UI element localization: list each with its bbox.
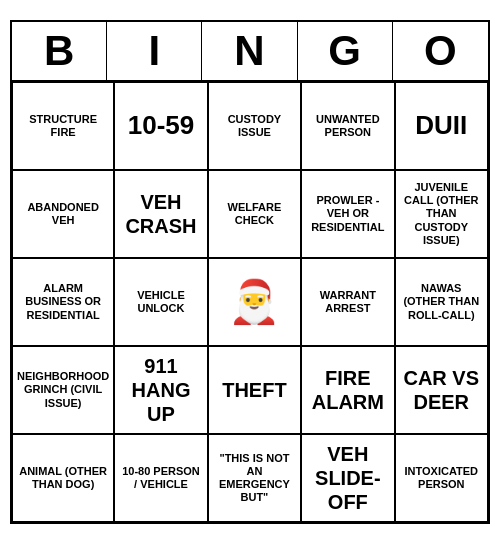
bingo-cell-3: UNWANTED PERSON xyxy=(301,82,394,170)
bingo-cell-16: 911 HANG UP xyxy=(114,346,207,434)
bingo-grid: STRUCTURE FIRE10-59CUSTODY ISSUEUNWANTED… xyxy=(12,82,488,522)
bingo-letter-b: B xyxy=(12,22,107,80)
bingo-header: BINGO xyxy=(12,22,488,82)
bingo-cell-21: 10-80 PERSON / VEHICLE xyxy=(114,434,207,522)
bingo-cell-18: FIRE ALARM xyxy=(301,346,394,434)
bingo-cell-14: NAWAS (OTHER THAN ROLL-CALL) xyxy=(395,258,488,346)
bingo-cell-6: VEH CRASH xyxy=(114,170,207,258)
bingo-letter-o: O xyxy=(393,22,488,80)
bingo-cell-13: WARRANT ARREST xyxy=(301,258,394,346)
santa-icon: 🎅 xyxy=(228,281,280,323)
bingo-cell-11: VEHICLE UNLOCK xyxy=(114,258,207,346)
bingo-cell-1: 10-59 xyxy=(114,82,207,170)
bingo-cell-7: WELFARE CHECK xyxy=(208,170,301,258)
bingo-cell-12: 🎅 xyxy=(208,258,301,346)
bingo-cell-4: DUII xyxy=(395,82,488,170)
bingo-cell-22: "THIS IS NOT AN EMERGENCY BUT" xyxy=(208,434,301,522)
bingo-cell-23: VEH SLIDE-OFF xyxy=(301,434,394,522)
bingo-cell-24: INTOXICATED PERSON xyxy=(395,434,488,522)
bingo-cell-9: JUVENILE CALL (OTHER THAN CUSTODY ISSUE) xyxy=(395,170,488,258)
bingo-cell-2: CUSTODY ISSUE xyxy=(208,82,301,170)
bingo-cell-8: PROWLER - VEH OR RESIDENTIAL xyxy=(301,170,394,258)
bingo-card: BINGO STRUCTURE FIRE10-59CUSTODY ISSUEUN… xyxy=(10,20,490,524)
bingo-cell-5: ABANDONED VEH xyxy=(12,170,114,258)
bingo-cell-15: NEIGHBORHOOD GRINCH (CIVIL ISSUE) xyxy=(12,346,114,434)
bingo-letter-i: I xyxy=(107,22,202,80)
bingo-cell-0: STRUCTURE FIRE xyxy=(12,82,114,170)
bingo-cell-19: CAR VS DEER xyxy=(395,346,488,434)
bingo-cell-20: ANIMAL (OTHER THAN DOG) xyxy=(12,434,114,522)
bingo-letter-n: N xyxy=(202,22,297,80)
bingo-letter-g: G xyxy=(298,22,393,80)
bingo-cell-10: ALARM BUSINESS OR RESIDENTIAL xyxy=(12,258,114,346)
bingo-cell-17: THEFT xyxy=(208,346,301,434)
